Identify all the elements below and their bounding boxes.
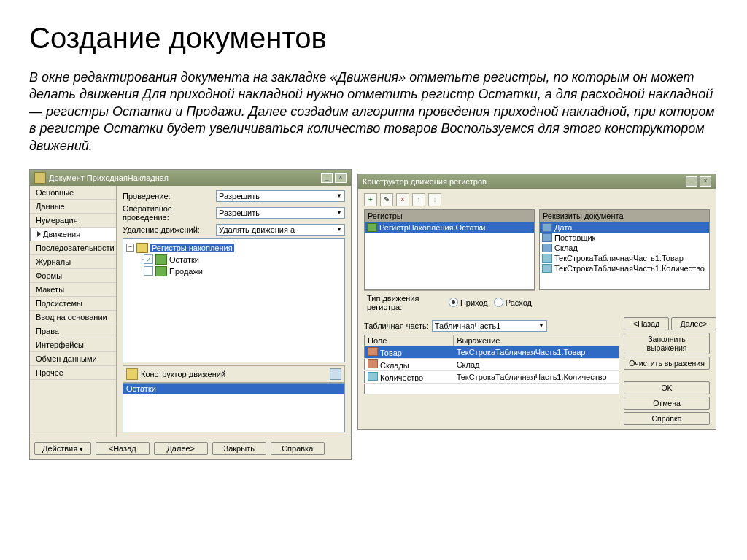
table-row[interactable]: ТоварТекСтрокаТабличнаяЧасть1.Товар: [365, 346, 619, 358]
minimize-button[interactable]: _: [686, 176, 697, 187]
window-document-editor: Документ ПриходнаяНакладная _ × Основные…: [29, 169, 352, 460]
tree-toggle[interactable]: −: [126, 244, 134, 252]
constructor-button-bar: Конструктор движений: [123, 365, 345, 383]
tree-item-ostatki[interactable]: Остатки: [169, 255, 199, 264]
field-icon: [368, 372, 378, 381]
tab-подсистемы[interactable]: Подсистемы: [30, 297, 116, 311]
tab-данные[interactable]: Данные: [30, 200, 116, 214]
titlebar: Конструктор движения регистров _ ×: [358, 174, 716, 189]
radio-rashod[interactable]: Расход: [494, 298, 532, 307]
tab-права[interactable]: Права: [30, 324, 116, 338]
help-button[interactable]: Справка: [624, 412, 710, 425]
tabpart-label: Табличная часть:: [364, 322, 429, 330]
tabs-sidebar: ОсновныеДанныеНумерацияДвиженияПоследова…: [30, 186, 117, 437]
fill-expressions-button[interactable]: Заполнить выражения: [624, 332, 710, 354]
next-button[interactable]: Далее>: [154, 442, 208, 455]
tab-основные[interactable]: Основные: [30, 186, 116, 200]
label-delete-movements: Удаление движений:: [123, 225, 216, 234]
requisite-icon: [542, 264, 552, 273]
clear-expressions-button[interactable]: Очистить выражения: [624, 357, 710, 370]
folder-icon: [136, 243, 148, 253]
requisite-item[interactable]: ТекСтрокаТабличнаяЧасть1.Количество: [540, 263, 709, 273]
helper-icon[interactable]: [330, 368, 341, 380]
tree-root-label[interactable]: Регистры накопления: [150, 244, 234, 252]
minimize-button[interactable]: _: [321, 173, 333, 183]
cancel-button[interactable]: Отмена: [624, 397, 710, 410]
registers-list[interactable]: РегистрНакопления.Остатки: [364, 222, 535, 290]
movement-type-label: Тип движения регистра:: [367, 294, 443, 311]
registers-tree[interactable]: − Регистры накопления ├ ✓ Остатки └: [123, 238, 345, 362]
checkbox-prodazhi[interactable]: [144, 266, 153, 276]
requisite-icon: [542, 233, 552, 242]
requisite-item[interactable]: Склад: [540, 243, 709, 253]
requisite-icon: [542, 223, 552, 232]
col-expr: Выражение: [454, 335, 619, 346]
actions-button[interactable]: Действия: [34, 442, 91, 455]
next-button[interactable]: Далее>: [671, 317, 716, 330]
window-title: Документ ПриходнаяНакладная: [49, 174, 321, 182]
help-button[interactable]: Справка: [271, 442, 325, 455]
back-button[interactable]: <Назад: [624, 317, 669, 330]
fields-table[interactable]: ПолеВыражение ТоварТекСтрокаТабличнаяЧас…: [364, 335, 619, 394]
table-row[interactable]: СкладыСклад: [365, 358, 619, 370]
radio-prihod[interactable]: Приход: [449, 298, 488, 307]
tab-движения[interactable]: Движения: [30, 228, 116, 241]
intro-text: В окне редактирования документа на закла…: [29, 69, 718, 155]
document-icon: [34, 172, 46, 184]
requisite-icon: [542, 254, 552, 262]
requisite-icon: [542, 244, 552, 252]
requisite-item[interactable]: ТекСтрокаТабличнаяЧасть1.Товар: [540, 253, 709, 263]
tab-обмен данными[interactable]: Обмен данными: [30, 352, 116, 366]
add-icon[interactable]: +: [364, 193, 377, 206]
tab-ввод на основании[interactable]: Ввод на основании: [30, 311, 116, 324]
requisites-header: Реквизиты документа: [539, 209, 710, 222]
field-icon: [368, 359, 378, 368]
window-title: Конструктор движения регистров: [363, 177, 686, 186]
register-icon: [155, 254, 167, 265]
registers-pane: Регистры РегистрНакопления.Остатки Тип д…: [364, 209, 535, 314]
tab-формы[interactable]: Формы: [30, 269, 116, 283]
ok-button[interactable]: OK: [624, 381, 710, 394]
move-down-icon[interactable]: ↓: [428, 193, 441, 206]
tab-нумерация[interactable]: Нумерация: [30, 214, 116, 228]
constructor-button[interactable]: Конструктор движений: [141, 370, 225, 378]
selected-registers-list[interactable]: Остатки: [123, 383, 345, 432]
tab-журналы[interactable]: Журналы: [30, 255, 116, 269]
table-row[interactable]: КоличествоТекСтрокаТабличнаяЧасть1.Колич…: [365, 370, 619, 383]
tab-интерфейсы[interactable]: Интерфейсы: [30, 338, 116, 352]
bottom-button-bar: Действия <Назад Далее> Закрыть Справка: [30, 437, 351, 459]
select-delete-movements[interactable]: Удалять движения а▼: [216, 224, 345, 236]
select-oper-provedenie[interactable]: Разрешить▼: [216, 207, 345, 219]
back-button[interactable]: <Назад: [96, 442, 150, 455]
requisites-list[interactable]: ДатаПоставщикСкладТекСтрокаТабличнаяЧаст…: [539, 222, 710, 290]
requisites-pane: Реквизиты документа ДатаПоставщикСкладТе…: [539, 209, 710, 314]
field-icon: [368, 347, 378, 356]
tabpart-select[interactable]: ТабличнаяЧасть1▼: [432, 320, 547, 332]
tab-последовательности[interactable]: Последовательности: [30, 241, 116, 255]
registers-header: Регистры: [364, 209, 535, 222]
edit-icon[interactable]: ✎: [380, 193, 393, 206]
move-up-icon[interactable]: ↑: [412, 193, 425, 206]
window-movements-constructor: Конструктор движения регистров _ × + ✎ ×…: [357, 174, 716, 430]
requisite-item[interactable]: Поставщик: [540, 233, 709, 243]
titlebar: Документ ПриходнаяНакладная _ ×: [30, 170, 351, 186]
register-item[interactable]: РегистрНакопления.Остатки: [365, 222, 534, 233]
col-field: Поле: [365, 335, 454, 346]
toolbar: + ✎ × ↑ ↓: [364, 193, 710, 206]
close-button[interactable]: Закрыть: [212, 442, 266, 455]
checkbox-ostatki[interactable]: ✓: [144, 254, 153, 264]
delete-icon[interactable]: ×: [396, 193, 409, 206]
tree-item-prodazhi[interactable]: Продажи: [169, 267, 203, 276]
label-oper-provedenie: Оперативное проведение:: [123, 204, 216, 222]
tab-прочее[interactable]: Прочее: [30, 366, 116, 380]
tab-макеты[interactable]: Макеты: [30, 283, 116, 297]
select-provedenie[interactable]: Разрешить▼: [216, 190, 345, 202]
list-item-ostatki[interactable]: Остатки: [123, 384, 344, 394]
page-title: Создание документов: [29, 22, 718, 55]
register-icon: [155, 266, 167, 276]
close-button[interactable]: ×: [335, 173, 347, 183]
close-button[interactable]: ×: [700, 176, 711, 187]
register-icon: [367, 223, 377, 232]
requisite-item[interactable]: Дата: [540, 222, 709, 233]
constructor-icon: [126, 368, 138, 380]
